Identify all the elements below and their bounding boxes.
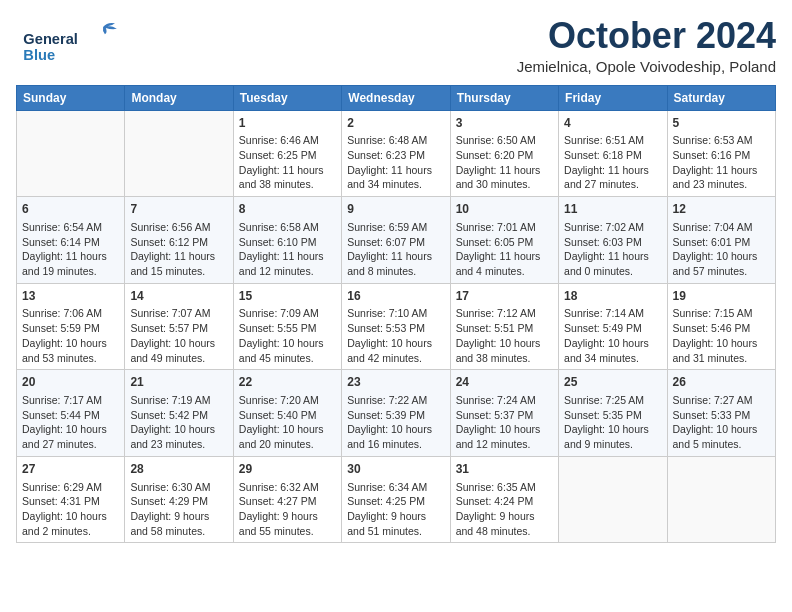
daylight-text: Daylight: 10 hours and 23 minutes. <box>130 422 227 451</box>
sunrise-text: Sunrise: 6:59 AM <box>347 220 444 235</box>
calendar-cell: 12Sunrise: 7:04 AMSunset: 6:01 PMDayligh… <box>667 197 775 284</box>
calendar-week-row: 1Sunrise: 6:46 AMSunset: 6:25 PMDaylight… <box>17 110 776 197</box>
calendar-cell: 8Sunrise: 6:58 AMSunset: 6:10 PMDaylight… <box>233 197 341 284</box>
calendar-week-row: 13Sunrise: 7:06 AMSunset: 5:59 PMDayligh… <box>17 283 776 370</box>
sunset-text: Sunset: 5:49 PM <box>564 321 661 336</box>
sunrise-text: Sunrise: 6:48 AM <box>347 133 444 148</box>
daylight-text: Daylight: 9 hours and 55 minutes. <box>239 509 336 538</box>
sunrise-text: Sunrise: 7:25 AM <box>564 393 661 408</box>
sunrise-text: Sunrise: 7:07 AM <box>130 306 227 321</box>
sunrise-text: Sunrise: 7:01 AM <box>456 220 553 235</box>
sunrise-text: Sunrise: 7:04 AM <box>673 220 770 235</box>
daylight-text: Daylight: 11 hours and 12 minutes. <box>239 249 336 278</box>
calendar-cell: 28Sunrise: 6:30 AMSunset: 4:29 PMDayligh… <box>125 456 233 543</box>
sunrise-text: Sunrise: 6:56 AM <box>130 220 227 235</box>
daylight-text: Daylight: 11 hours and 15 minutes. <box>130 249 227 278</box>
sunrise-text: Sunrise: 7:19 AM <box>130 393 227 408</box>
day-number: 1 <box>239 115 336 132</box>
sunrise-text: Sunrise: 6:34 AM <box>347 480 444 495</box>
daylight-text: Daylight: 11 hours and 23 minutes. <box>673 163 770 192</box>
day-number: 21 <box>130 374 227 391</box>
calendar-cell <box>667 456 775 543</box>
sunrise-text: Sunrise: 7:06 AM <box>22 306 119 321</box>
calendar-cell: 21Sunrise: 7:19 AMSunset: 5:42 PMDayligh… <box>125 370 233 457</box>
daylight-text: Daylight: 10 hours and 57 minutes. <box>673 249 770 278</box>
day-number: 22 <box>239 374 336 391</box>
sunset-text: Sunset: 6:03 PM <box>564 235 661 250</box>
daylight-text: Daylight: 11 hours and 27 minutes. <box>564 163 661 192</box>
calendar-cell: 22Sunrise: 7:20 AMSunset: 5:40 PMDayligh… <box>233 370 341 457</box>
day-number: 12 <box>673 201 770 218</box>
calendar-cell: 27Sunrise: 6:29 AMSunset: 4:31 PMDayligh… <box>17 456 125 543</box>
day-number: 9 <box>347 201 444 218</box>
calendar-cell: 4Sunrise: 6:51 AMSunset: 6:18 PMDaylight… <box>559 110 667 197</box>
calendar-cell: 5Sunrise: 6:53 AMSunset: 6:16 PMDaylight… <box>667 110 775 197</box>
sunset-text: Sunset: 5:59 PM <box>22 321 119 336</box>
weekday-header: Saturday <box>667 85 775 110</box>
calendar-cell: 7Sunrise: 6:56 AMSunset: 6:12 PMDaylight… <box>125 197 233 284</box>
daylight-text: Daylight: 10 hours and 31 minutes. <box>673 336 770 365</box>
daylight-text: Daylight: 9 hours and 48 minutes. <box>456 509 553 538</box>
calendar-cell: 11Sunrise: 7:02 AMSunset: 6:03 PMDayligh… <box>559 197 667 284</box>
sunset-text: Sunset: 6:07 PM <box>347 235 444 250</box>
day-number: 27 <box>22 461 119 478</box>
sunrise-text: Sunrise: 6:53 AM <box>673 133 770 148</box>
sunset-text: Sunset: 5:37 PM <box>456 408 553 423</box>
sunset-text: Sunset: 5:42 PM <box>130 408 227 423</box>
weekday-header: Monday <box>125 85 233 110</box>
logo-svg: General Blue <box>16 16 126 71</box>
weekday-header: Thursday <box>450 85 558 110</box>
daylight-text: Daylight: 11 hours and 0 minutes. <box>564 249 661 278</box>
calendar-cell: 17Sunrise: 7:12 AMSunset: 5:51 PMDayligh… <box>450 283 558 370</box>
day-number: 30 <box>347 461 444 478</box>
sunset-text: Sunset: 6:12 PM <box>130 235 227 250</box>
calendar-cell: 18Sunrise: 7:14 AMSunset: 5:49 PMDayligh… <box>559 283 667 370</box>
calendar-cell: 3Sunrise: 6:50 AMSunset: 6:20 PMDaylight… <box>450 110 558 197</box>
daylight-text: Daylight: 10 hours and 9 minutes. <box>564 422 661 451</box>
sunrise-text: Sunrise: 7:17 AM <box>22 393 119 408</box>
sunset-text: Sunset: 5:55 PM <box>239 321 336 336</box>
day-number: 23 <box>347 374 444 391</box>
sunset-text: Sunset: 5:51 PM <box>456 321 553 336</box>
sunrise-text: Sunrise: 7:15 AM <box>673 306 770 321</box>
sunset-text: Sunset: 4:31 PM <box>22 494 119 509</box>
sunrise-text: Sunrise: 6:51 AM <box>564 133 661 148</box>
daylight-text: Daylight: 10 hours and 42 minutes. <box>347 336 444 365</box>
calendar-cell <box>125 110 233 197</box>
calendar-cell: 1Sunrise: 6:46 AMSunset: 6:25 PMDaylight… <box>233 110 341 197</box>
sunset-text: Sunset: 6:10 PM <box>239 235 336 250</box>
sunset-text: Sunset: 5:44 PM <box>22 408 119 423</box>
daylight-text: Daylight: 10 hours and 38 minutes. <box>456 336 553 365</box>
day-number: 29 <box>239 461 336 478</box>
logo: General Blue <box>16 16 126 71</box>
day-number: 28 <box>130 461 227 478</box>
calendar-week-row: 6Sunrise: 6:54 AMSunset: 6:14 PMDaylight… <box>17 197 776 284</box>
day-number: 13 <box>22 288 119 305</box>
sunset-text: Sunset: 6:23 PM <box>347 148 444 163</box>
sunrise-text: Sunrise: 7:02 AM <box>564 220 661 235</box>
calendar-table: SundayMondayTuesdayWednesdayThursdayFrid… <box>16 85 776 544</box>
sunrise-text: Sunrise: 6:35 AM <box>456 480 553 495</box>
sunrise-text: Sunrise: 7:12 AM <box>456 306 553 321</box>
day-number: 6 <box>22 201 119 218</box>
daylight-text: Daylight: 10 hours and 45 minutes. <box>239 336 336 365</box>
calendar-cell: 23Sunrise: 7:22 AMSunset: 5:39 PMDayligh… <box>342 370 450 457</box>
daylight-text: Daylight: 11 hours and 8 minutes. <box>347 249 444 278</box>
sunset-text: Sunset: 5:35 PM <box>564 408 661 423</box>
calendar-cell <box>17 110 125 197</box>
sunset-text: Sunset: 4:27 PM <box>239 494 336 509</box>
sunset-text: Sunset: 6:01 PM <box>673 235 770 250</box>
sunset-text: Sunset: 6:25 PM <box>239 148 336 163</box>
day-number: 26 <box>673 374 770 391</box>
location: Jemielnica, Opole Voivodeship, Poland <box>517 58 776 75</box>
daylight-text: Daylight: 10 hours and 12 minutes. <box>456 422 553 451</box>
sunrise-text: Sunrise: 7:09 AM <box>239 306 336 321</box>
weekday-header: Sunday <box>17 85 125 110</box>
weekday-header: Friday <box>559 85 667 110</box>
calendar-header-row: SundayMondayTuesdayWednesdayThursdayFrid… <box>17 85 776 110</box>
sunset-text: Sunset: 5:33 PM <box>673 408 770 423</box>
day-number: 10 <box>456 201 553 218</box>
sunset-text: Sunset: 5:39 PM <box>347 408 444 423</box>
title-section: October 2024 Jemielnica, Opole Voivodesh… <box>517 16 776 75</box>
sunset-text: Sunset: 5:46 PM <box>673 321 770 336</box>
